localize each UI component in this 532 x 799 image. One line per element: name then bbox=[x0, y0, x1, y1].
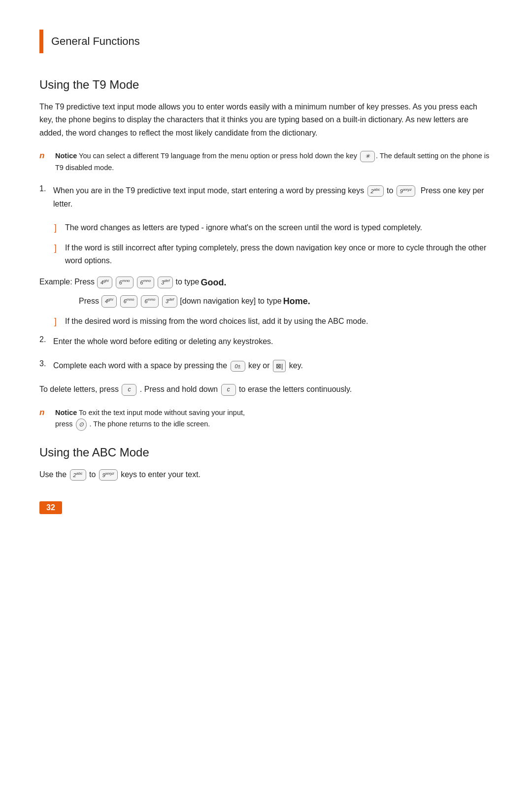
step-1-item: 1. When you are in the T9 predictive tex… bbox=[39, 184, 493, 210]
page-number: 32 bbox=[39, 501, 62, 514]
page-title: General Functions bbox=[51, 35, 140, 48]
key-6mno-ex1a: 6mno bbox=[116, 277, 133, 288]
bullet-mark-1: ] bbox=[54, 221, 61, 235]
key-4ghi-ex1: 4ghi bbox=[97, 277, 112, 288]
t9-section-title: Using the T9 Mode bbox=[39, 78, 493, 92]
notice-block-2: n Notice To exit the text input mode wit… bbox=[39, 407, 493, 431]
bullet-text-3: If the desired word is missing from the … bbox=[65, 315, 368, 328]
abc-intro-text: Use the 2abc to 9wxyz keys to enter your… bbox=[39, 468, 493, 481]
key-0plus: 0± bbox=[231, 361, 245, 372]
key-6mno-ex2a: 6mno bbox=[120, 295, 138, 307]
example-line-1: Example: Press 4ghi 6mno 6mno 3def to ty… bbox=[39, 275, 493, 290]
step-2-num: 2. bbox=[39, 335, 50, 344]
bullet-item-1: ] The word changes as letters are typed … bbox=[54, 221, 493, 235]
bullet-item-2: ] If the word is still incorrect after t… bbox=[54, 242, 493, 268]
step-3-num: 3. bbox=[39, 359, 50, 368]
key-2abc-abc: 2abc bbox=[70, 469, 86, 481]
key-3def-ex1: 3def bbox=[158, 277, 173, 288]
orange-accent-bar bbox=[39, 30, 43, 53]
key-9wxyz-abc: 9wxyz bbox=[99, 469, 118, 481]
notice-text-1: Notice You can select a different T9 lan… bbox=[55, 150, 493, 174]
t9-intro-text: The T9 predictive text input mode allows… bbox=[39, 101, 493, 139]
example-to-type-label: to type bbox=[175, 275, 199, 289]
bullet-mark-3: ] bbox=[54, 315, 61, 328]
step-2-item: 2. Enter the whole word before editing o… bbox=[39, 335, 493, 348]
key-end-call: ⊙ bbox=[76, 418, 87, 431]
key-6mno-ex1b: 6mno bbox=[137, 277, 155, 288]
key-c-1: c bbox=[122, 384, 136, 396]
bullet-item-3: ] If the desired word is missing from th… bbox=[54, 315, 493, 328]
step-1-text: When you are in the T9 predictive text i… bbox=[53, 184, 493, 210]
example-line-2: Press 4ghi 6mno 6mno 3def [down navigati… bbox=[79, 293, 493, 309]
bullet-list-1: ] The word changes as letters are typed … bbox=[54, 221, 493, 268]
key-symbol: ⊠| bbox=[273, 360, 286, 372]
key-c-2: c bbox=[221, 384, 236, 396]
example-press-label: Press bbox=[79, 294, 99, 309]
bullet-text-1: The word changes as letters are typed - … bbox=[65, 221, 422, 234]
bullet-mark-2: ] bbox=[54, 242, 61, 255]
bullet-list-2: ] If the desired word is missing from th… bbox=[54, 315, 493, 328]
notice-icon-2: n bbox=[39, 408, 50, 417]
example-word-home: Home. bbox=[283, 293, 310, 309]
example-label: Example: Press bbox=[39, 275, 95, 289]
bullet-text-2: If the word is still incorrect after typ… bbox=[65, 242, 493, 268]
step-1-num: 1. bbox=[39, 184, 50, 193]
notice-text-2: Notice To exit the text input mode witho… bbox=[55, 407, 245, 431]
delete-text: To delete letters, press c . Press and h… bbox=[39, 383, 493, 396]
header-bar: General Functions bbox=[39, 30, 493, 53]
key-9wxyz: 9wxyz bbox=[397, 185, 415, 197]
example-down-nav-label: [down navigation key] to type bbox=[180, 294, 281, 309]
example-word-good: Good. bbox=[201, 275, 227, 290]
key-4ghi-ex2: 4ghi bbox=[101, 295, 117, 307]
step-2-text: Enter the whole word before editing or d… bbox=[53, 335, 273, 348]
key-2abc: 2abc bbox=[367, 185, 384, 197]
step-3-item: 3. Complete each word with a space by pr… bbox=[39, 359, 493, 372]
key-6mno-ex2b: 6mno bbox=[141, 295, 159, 307]
key-3def-ex2: 3def bbox=[162, 295, 177, 307]
page-footer: 32 bbox=[39, 501, 493, 514]
abc-section-title: Using the ABC Mode bbox=[39, 446, 493, 459]
notice-icon-1: n bbox=[39, 151, 50, 161]
notice-block-1: n Notice You can select a different T9 l… bbox=[39, 150, 493, 174]
star-key: ✳ bbox=[360, 151, 375, 162]
step-3-text: Complete each word with a space by press… bbox=[53, 359, 303, 372]
